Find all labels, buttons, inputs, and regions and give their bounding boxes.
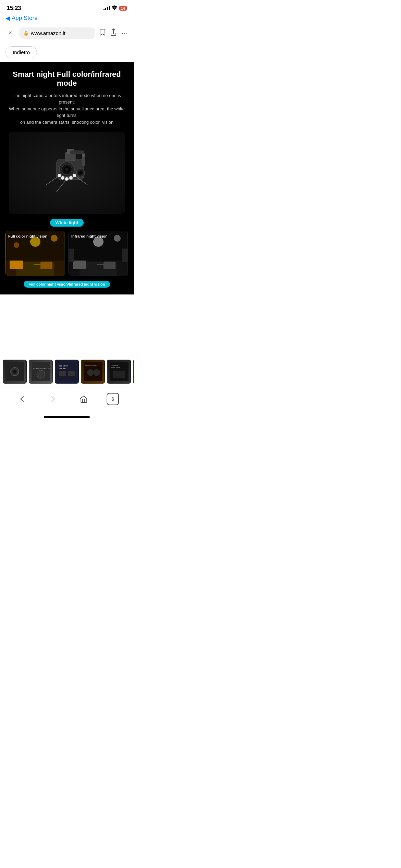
url-bar[interactable]: 🔒 www.amazon.it bbox=[19, 27, 95, 39]
thumbnail-1[interactable] bbox=[3, 360, 27, 384]
svg-rect-50 bbox=[59, 371, 66, 376]
browser-bar: × 🔒 www.amazon.it ··· bbox=[0, 25, 134, 41]
svg-rect-33 bbox=[73, 261, 86, 269]
signal-icon bbox=[104, 6, 110, 10]
night-vision-comparison: Full color night vision bbox=[5, 231, 128, 276]
svg-rect-20 bbox=[70, 150, 84, 154]
svg-rect-18 bbox=[82, 156, 85, 166]
wifi-icon bbox=[112, 5, 117, 11]
svg-text:Dual screen: Dual screen bbox=[59, 365, 68, 367]
tabs-count-badge[interactable]: 6 bbox=[107, 393, 119, 405]
svg-rect-51 bbox=[68, 371, 75, 376]
status-time: 15:23 bbox=[7, 5, 21, 12]
svg-rect-29 bbox=[34, 264, 40, 265]
lock-icon: 🔒 bbox=[23, 31, 29, 36]
thumbnail-2[interactable]: Customizable features bbox=[29, 360, 53, 384]
svg-rect-38 bbox=[69, 249, 74, 262]
svg-text:Dual lens: Dual lens bbox=[59, 367, 66, 370]
battery-indicator: 14 bbox=[119, 6, 127, 11]
indietro-button[interactable]: Indietro bbox=[5, 46, 37, 58]
infrared-night-vision: Infrared night vision bbox=[69, 231, 128, 276]
svg-text:6+6 bit dual: 6+6 bit dual bbox=[111, 364, 118, 366]
bottom-navigation: 6 bbox=[0, 387, 134, 413]
svg-point-11 bbox=[69, 176, 73, 180]
home-nav-button[interactable] bbox=[76, 391, 91, 407]
more-options-icon[interactable]: ··· bbox=[121, 29, 128, 37]
back-button-area: Indietro bbox=[0, 41, 134, 62]
url-text: www.amazon.it bbox=[31, 30, 91, 36]
svg-point-36 bbox=[114, 235, 121, 242]
product-title: Smart night Full color/infrared mode bbox=[5, 70, 128, 88]
svg-point-28 bbox=[14, 242, 19, 248]
svg-text:camera linkage: camera linkage bbox=[111, 366, 120, 368]
share-icon[interactable] bbox=[110, 28, 117, 38]
svg-point-43 bbox=[13, 370, 16, 373]
thumbnail-3[interactable]: Dual screenDual lens bbox=[55, 360, 79, 384]
product-section: Smart night Full color/infrared mode The… bbox=[0, 62, 134, 294]
svg-rect-39 bbox=[122, 249, 127, 262]
home-bar bbox=[44, 416, 90, 418]
svg-text:Intelligent detection: Intelligent detection bbox=[85, 364, 96, 366]
svg-rect-24 bbox=[10, 261, 23, 269]
browser-actions: ··· bbox=[99, 28, 128, 38]
svg-point-46 bbox=[37, 370, 45, 378]
svg-rect-37 bbox=[97, 264, 104, 265]
full-color-night-vision: Full color night vision bbox=[5, 231, 65, 276]
thumbnail-5[interactable]: 6+6 bit dualcamera linkage bbox=[107, 360, 131, 384]
app-store-nav[interactable]: ◀ App Store bbox=[0, 13, 134, 25]
full-color-label: Full color night vision bbox=[8, 234, 47, 238]
svg-point-54 bbox=[87, 369, 94, 376]
white-light-badge: White light bbox=[50, 219, 84, 227]
status-bar: 15:23 14 bbox=[0, 0, 134, 13]
svg-point-7 bbox=[79, 171, 82, 174]
bookmark-icon[interactable] bbox=[99, 28, 106, 38]
app-store-back-arrow: ◀ bbox=[5, 14, 10, 22]
thumbnail-strip[interactable]: Customizable features Dual screenDual le… bbox=[0, 356, 134, 387]
svg-point-9 bbox=[61, 176, 64, 180]
svg-rect-59 bbox=[113, 371, 125, 378]
svg-point-4 bbox=[65, 168, 69, 171]
home-indicator bbox=[0, 413, 134, 422]
svg-line-14 bbox=[57, 179, 67, 192]
svg-line-13 bbox=[46, 176, 59, 185]
svg-rect-34 bbox=[104, 262, 116, 269]
thumbnail-4[interactable]: Intelligent detection bbox=[81, 360, 105, 384]
camera-main-image bbox=[9, 132, 125, 214]
browser-close-button[interactable]: × bbox=[5, 29, 15, 37]
svg-rect-25 bbox=[40, 262, 52, 269]
svg-text:Customizable features: Customizable features bbox=[33, 367, 50, 370]
infrared-label: Infrared night vision bbox=[71, 234, 108, 238]
full-color-badge: Full color night vision/Infrared night v… bbox=[24, 281, 110, 288]
svg-point-27 bbox=[51, 235, 58, 242]
white-space bbox=[0, 294, 134, 356]
back-nav-button[interactable] bbox=[15, 391, 30, 407]
thumbnail-6[interactable]: Two-way voiceIntercom bbox=[133, 360, 134, 384]
app-store-label: App Store bbox=[12, 15, 38, 22]
product-subtitle: The night camera enters infrared mode wh… bbox=[5, 92, 128, 126]
status-icons: 14 bbox=[104, 5, 127, 11]
forward-nav-button[interactable] bbox=[45, 391, 60, 407]
svg-point-55 bbox=[93, 369, 100, 376]
